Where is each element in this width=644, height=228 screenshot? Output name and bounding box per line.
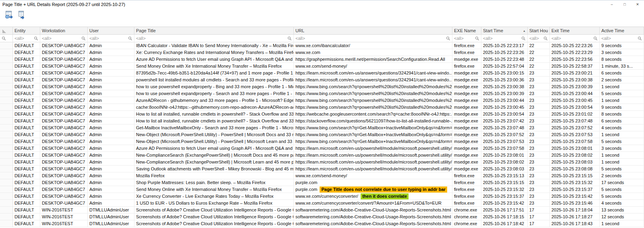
row-selector-cell[interactable] (0, 213, 13, 220)
cell-text: 2025-10-25 23:00:45 (483, 105, 524, 110)
filter-cell-url[interactable]: <all> (294, 35, 452, 42)
filter-cell-page_title[interactable]: <all> (134, 35, 294, 42)
column-header-url[interactable]: URL (294, 27, 452, 35)
column-header-workstation[interactable]: Workstation (40, 27, 88, 35)
table-row[interactable]: DEFAULTDESKTOP-UAB4GC7AdminGet-Mailbox I… (0, 124, 644, 131)
grid-header-row: EntityWorkstationUserPage TitleURLEXE Na… (0, 27, 644, 35)
cell-exit_time: 2025-10-25 23:00:54 (550, 104, 600, 111)
table-row[interactable]: DEFAULTDESKTOP-UAB4GC7AdminSend Money On… (0, 63, 644, 70)
close-button[interactable]: ✕ (631, 0, 644, 8)
row-selector-cell[interactable] (0, 70, 13, 77)
row-selector-cell[interactable] (0, 118, 13, 124)
row-selector-cell[interactable] (0, 131, 13, 138)
table-row[interactable]: DEFAULTWIN-2016TESTDTMLLUAdminUserScreen… (0, 220, 644, 227)
search-icon[interactable] (34, 36, 38, 41)
row-selector-cell[interactable] (0, 152, 13, 159)
filter-cell-active_time[interactable]: <all> (600, 35, 644, 42)
export-grid-button[interactable] (17, 10, 26, 20)
row-selector-cell[interactable] (0, 179, 13, 186)
table-row[interactable]: DEFAULTDESKTOP-UAB4GC7AdminSaving Outloo… (0, 166, 644, 172)
row-selector-cell[interactable] (0, 145, 13, 152)
row-selector-cell[interactable] (0, 49, 13, 56)
cell-workstation: DESKTOP-UAB4GC7 (40, 90, 88, 97)
search-icon[interactable] (638, 36, 642, 41)
table-row[interactable]: DEFAULTDESKTOP-UAB4GC7AdminHow to list a… (0, 111, 644, 118)
row-selector-cell[interactable] (0, 207, 13, 213)
table-row[interactable]: DEFAULTDESKTOP-UAB4GC7Admin1 USD to EUR … (0, 200, 644, 207)
row-selector-cell[interactable] (0, 42, 13, 49)
table-row[interactable]: DEFAULTDESKTOP-UAB4GC7AdminHow to list a… (0, 118, 644, 124)
column-header-page_title[interactable]: Page Title (134, 27, 294, 35)
select-all-corner-cell[interactable] (0, 27, 13, 35)
row-selector-cell[interactable] (0, 97, 13, 104)
column-header-entity[interactable]: Entity (13, 27, 40, 35)
cell-active_time: 1 minute, 33 s... (600, 63, 644, 70)
search-icon[interactable] (287, 36, 292, 41)
column-header-exit_time[interactable]: Exit Time (550, 27, 600, 35)
column-header-exe_name[interactable]: EXE Name (452, 27, 481, 35)
export-web-report-button[interactable] (4, 10, 14, 20)
row-selector-cell[interactable] (0, 166, 13, 172)
table-row[interactable]: DEFAULTDESKTOP-UAB4GC7AdminNew-Object (M… (0, 131, 644, 138)
table-row[interactable]: DEFAULTDESKTOP-UAB4GC7Adminpowershell li… (0, 77, 644, 83)
filter-cell-selector[interactable] (0, 35, 13, 42)
row-selector-cell[interactable] (0, 63, 13, 70)
row-selector-cell[interactable] (0, 124, 13, 131)
filter-cell-start_time[interactable]: <all> (481, 35, 528, 42)
search-icon[interactable] (521, 36, 526, 41)
filter-cell-exe_name[interactable]: <all> (452, 35, 481, 42)
table-row[interactable]: DEFAULTDESKTOP-UAB4GC7AdminSend Money On… (0, 186, 644, 193)
cell-text: msedge.exe (454, 118, 478, 123)
table-row[interactable]: DEFAULTDESKTOP-UAB4GC7AdminAzure AD Perm… (0, 145, 644, 152)
filter-cell-user[interactable]: <all> (88, 35, 134, 42)
row-selector-cell[interactable] (0, 220, 13, 227)
search-icon[interactable] (128, 36, 132, 41)
filter-cell-start_hour[interactable]: <all> (528, 35, 550, 42)
table-row[interactable]: DEFAULTDESKTOP-UAB4GC7AdminNew-Object (M… (0, 138, 644, 145)
search-icon[interactable] (446, 36, 450, 41)
search-icon[interactable] (2, 36, 6, 41)
table-row[interactable]: DEFAULTWIN-2016TESTDTMLLUAdminUserScreen… (0, 207, 644, 213)
row-selector-cell[interactable] (0, 172, 13, 179)
row-selector-cell[interactable] (0, 159, 13, 166)
table-row[interactable]: DEFAULTDESKTOP-UAB4GC7Admin87395d2b-7ecc… (0, 70, 644, 77)
table-row[interactable]: DEFAULTWIN-2016TESTDTMLLUAdminUserScreen… (0, 213, 644, 220)
table-row[interactable]: DEFAULTDESKTOP-UAB4GC7AdminAzure AD Perm… (0, 56, 644, 63)
table-row[interactable]: DEFAULTDESKTOP-UAB4GC7AdminNew-Complianc… (0, 159, 644, 166)
minimize-button[interactable]: – (605, 0, 618, 8)
row-selector-cell[interactable] (0, 56, 13, 63)
column-header-user[interactable]: User (88, 27, 134, 35)
table-row[interactable]: DEFAULTDESKTOP-UAB4GC7AdminXe: Currency … (0, 49, 644, 56)
cell-entity: DEFAULT (13, 131, 40, 138)
search-icon[interactable] (475, 36, 479, 41)
search-icon[interactable] (593, 36, 598, 41)
search-icon[interactable] (543, 36, 548, 41)
table-row[interactable]: DEFAULTDESKTOP-UAB4GC7AdminNew-Complianc… (0, 152, 644, 159)
row-selector-cell[interactable] (0, 138, 13, 145)
maximize-button[interactable]: □ (618, 0, 631, 8)
row-selector-cell[interactable] (0, 77, 13, 83)
filter-cell-entity[interactable]: <all> (13, 35, 40, 42)
table-row[interactable]: DEFAULTDESKTOP-UAB4GC7Adminhow to use po… (0, 90, 644, 97)
row-selector-cell[interactable] (0, 83, 13, 90)
row-selector-cell[interactable] (0, 104, 13, 111)
cell-start_time: 2025-10-25 23:08:03 (481, 166, 528, 172)
table-row[interactable]: DEFAULTDESKTOP-UAB4GC7Admincache:8oooINN… (0, 104, 644, 111)
table-row[interactable]: DEFAULTDESKTOP-UAB4GC7AdminAzureADRecon … (0, 97, 644, 104)
table-row[interactable]: DEFAULTDESKTOP-UAB4GC7AdminShop Purple M… (0, 179, 644, 186)
table-row[interactable]: DEFAULTDESKTOP-UAB4GC7AdminIBAN Calculat… (0, 42, 644, 49)
table-row[interactable]: DEFAULTDESKTOP-UAB4GC7AdminXe Currency C… (0, 193, 644, 200)
table-row[interactable]: DEFAULTDESKTOP-UAB4GC7Adminhow to use po… (0, 83, 644, 90)
column-header-active_time[interactable]: Active Time (600, 27, 644, 35)
row-selector-cell[interactable] (0, 200, 13, 207)
row-selector-cell[interactable] (0, 186, 13, 193)
row-selector-cell[interactable] (0, 193, 13, 200)
table-row[interactable]: DEFAULTDESKTOP-UAB4GC7AdminMozilla Firef… (0, 172, 644, 179)
filter-cell-exit_time[interactable]: <all> (550, 35, 600, 42)
row-selector-cell[interactable] (0, 90, 13, 97)
search-icon[interactable] (81, 36, 86, 41)
row-selector-cell[interactable] (0, 111, 13, 118)
column-header-start_hour[interactable]: Start Hour (528, 27, 550, 35)
column-header-start_time[interactable]: Start Time▲ (481, 27, 528, 35)
filter-cell-workstation[interactable]: <all> (40, 35, 88, 42)
